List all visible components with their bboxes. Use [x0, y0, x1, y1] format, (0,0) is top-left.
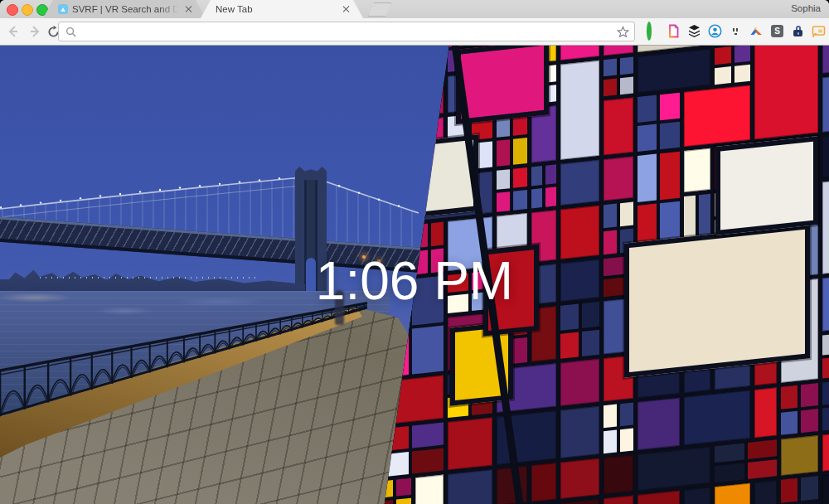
extension-cast-icon[interactable]	[812, 24, 826, 38]
distant-bridge-lights	[40, 277, 257, 279]
white-panel-top-right	[715, 136, 818, 235]
extension-profile-icon[interactable]	[708, 24, 722, 38]
bookmark-star-icon[interactable]	[617, 26, 629, 38]
tab-svrf[interactable]: SVRF | VR Search and Discove	[43, 0, 206, 18]
profile-user-label: Sophia	[791, 3, 821, 13]
tab-close-icon[interactable]	[184, 5, 192, 13]
minimize-window-button[interactable]	[22, 4, 33, 16]
new-tab-button[interactable]	[368, 2, 391, 17]
title-bar: SVRF | VR Search and Discove New Tab Sop…	[0, 0, 829, 18]
magenta-panel	[456, 46, 549, 124]
search-icon	[65, 27, 76, 37]
back-arrow-icon	[7, 25, 20, 38]
back-button[interactable]	[5, 23, 22, 40]
extension-boomerang-icon[interactable]	[749, 24, 764, 38]
extension-rainbow-document-icon[interactable]	[667, 24, 681, 38]
extension-lock-icon[interactable]	[791, 24, 805, 38]
extension-s-badge-icon[interactable]: S	[771, 25, 783, 37]
clock: 1:06 PM	[316, 254, 513, 308]
railing	[0, 294, 377, 427]
extension-green-ring-icon[interactable]	[646, 24, 660, 38]
tab-close-icon[interactable]	[342, 5, 350, 13]
extension-plug-icon[interactable]	[729, 24, 743, 38]
address-bar[interactable]	[58, 22, 635, 41]
forward-button[interactable]	[27, 23, 43, 40]
tab-title: SVRF | VR Search and Discove	[72, 4, 181, 14]
browser-window: SVRF | VR Search and Discove New Tab Sop…	[0, 0, 829, 504]
tab-title: New Tab	[216, 4, 338, 14]
new-tab-page: 1:06 PM	[0, 46, 829, 504]
navigation-toolbar: S	[0, 18, 829, 46]
close-window-button[interactable]	[7, 4, 18, 16]
extension-layers-icon[interactable]	[687, 24, 701, 38]
s-badge-letter: S	[774, 27, 780, 36]
svrf-favicon-icon	[58, 4, 68, 14]
forward-arrow-icon	[28, 25, 41, 38]
cream-panel	[624, 224, 810, 378]
omnibox-input[interactable]	[81, 23, 634, 40]
tab-new-tab[interactable]: New Tab	[201, 0, 363, 18]
extensions-bar: S	[646, 24, 829, 38]
